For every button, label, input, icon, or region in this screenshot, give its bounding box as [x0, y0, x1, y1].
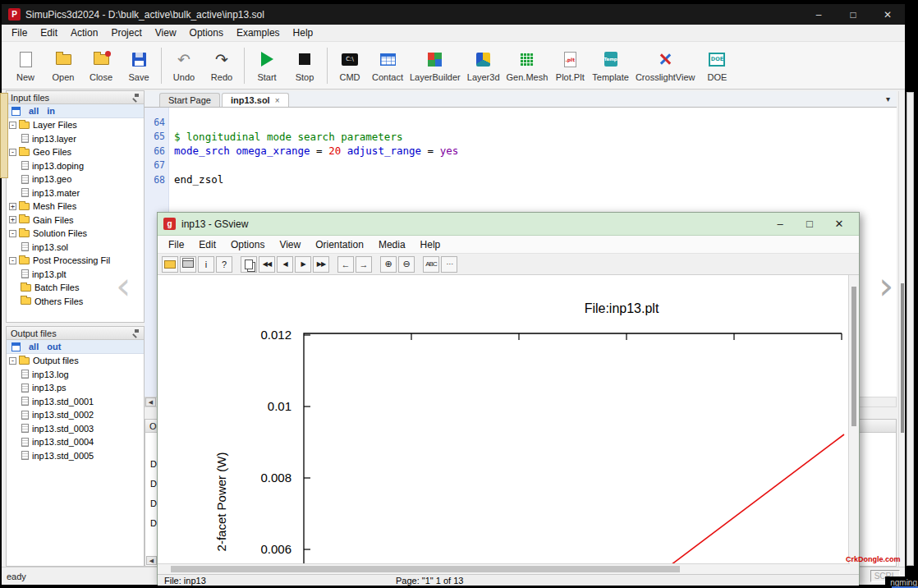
- input-filter-all[interactable]: all: [29, 106, 39, 116]
- menu-edit[interactable]: Edit: [34, 27, 64, 39]
- gsview-menu-help[interactable]: Help: [413, 239, 448, 250]
- close-button[interactable]: ✕: [870, 4, 905, 25]
- collapse-icon[interactable]: -: [9, 230, 16, 237]
- gsview-minimize-button[interactable]: –: [765, 214, 795, 234]
- input-filter-in[interactable]: in: [47, 106, 55, 116]
- tree-item-inp13-std-0003[interactable]: inp13.std_0003: [7, 422, 144, 436]
- toolbar-close-button[interactable]: Close: [82, 47, 120, 84]
- collapse-icon[interactable]: -: [9, 357, 16, 365]
- scrollbar-thumb[interactable]: [171, 566, 680, 572]
- tree-item-inp13-std-0002[interactable]: inp13.std_0002: [7, 408, 144, 422]
- back-button[interactable]: ←: [337, 256, 354, 273]
- zoom-in-button[interactable]: ⊕: [380, 256, 397, 273]
- menu-options[interactable]: Options: [183, 27, 230, 39]
- scrollbar-thumb[interactable]: [851, 287, 856, 426]
- toolbar-redo-button[interactable]: ↷Redo: [203, 47, 241, 84]
- maximize-button[interactable]: □: [836, 4, 870, 25]
- menu-examples[interactable]: Examples: [230, 27, 287, 39]
- tree-item-mesh-files[interactable]: +Mesh Files: [7, 200, 144, 214]
- toolbar-template-button[interactable]: TempTemplate: [589, 47, 632, 84]
- output-filter-all[interactable]: all: [29, 342, 39, 351]
- menu-project[interactable]: Project: [104, 27, 148, 39]
- gsview-menu-orientation[interactable]: Orientation: [308, 239, 371, 250]
- gsview-menu-edit[interactable]: Edit: [191, 239, 223, 250]
- nav-right-chevron-icon[interactable]: ›: [879, 267, 893, 305]
- left-docked-tab[interactable]: [0, 93, 8, 178]
- right-docked-strip[interactable]: [907, 92, 914, 566]
- last-page-button[interactable]: ▶▶: [313, 256, 329, 273]
- pin-icon[interactable]: [132, 329, 140, 337]
- toolbar-undo-button[interactable]: ↶Undo: [165, 47, 203, 84]
- tab-close-icon[interactable]: ×: [275, 96, 280, 105]
- toolbar-start-button[interactable]: Start: [248, 47, 286, 84]
- tree-item-inp13-std-0004[interactable]: inp13.std_0004: [7, 435, 144, 449]
- tree-item-inp13-std-0001[interactable]: inp13.std_0001: [7, 395, 144, 409]
- open-button[interactable]: [162, 256, 178, 273]
- pin-icon[interactable]: [132, 94, 140, 101]
- zoom-out-button[interactable]: ⊖: [398, 256, 415, 273]
- toolbar-contact-button[interactable]: Contact: [369, 47, 406, 84]
- tree-item-inp13-mater[interactable]: inp13.mater: [7, 186, 144, 200]
- expand-icon[interactable]: +: [9, 203, 16, 210]
- dots-view-button[interactable]: ⋯: [441, 256, 457, 273]
- forward-button[interactable]: →: [356, 256, 372, 273]
- prev-page-button[interactable]: ◀: [277, 256, 293, 273]
- tree-item-inp13-geo[interactable]: inp13.geo: [7, 172, 144, 186]
- tree-item-inp13-std-0005[interactable]: inp13.std_0005: [7, 449, 144, 463]
- gsview-menu-media[interactable]: Media: [371, 239, 413, 250]
- expand-icon[interactable]: +: [9, 216, 16, 223]
- tree-item-inp13-log[interactable]: inp13.log: [7, 368, 144, 382]
- gsview-menu-view[interactable]: View: [272, 239, 308, 250]
- tree-item-inp13-sol[interactable]: inp13.sol: [7, 241, 144, 255]
- toolbar-layer3d-button[interactable]: Layer3d: [464, 47, 503, 84]
- gsview-menu-file[interactable]: File: [161, 239, 191, 250]
- gsview-vertical-scrollbar[interactable]: [848, 275, 859, 563]
- info-button[interactable]: i: [198, 256, 214, 273]
- tree-item-output-files[interactable]: -Output files: [7, 354, 144, 368]
- next-page-button[interactable]: ▶: [295, 256, 311, 273]
- tab-list-dropdown-icon[interactable]: ▾: [886, 94, 890, 103]
- pages-button[interactable]: [241, 256, 257, 273]
- toolbar-doe-button[interactable]: DOEDOE: [698, 47, 736, 84]
- scrollbar-thumb[interactable]: [901, 283, 904, 433]
- gsview-close-button[interactable]: ✕: [824, 214, 854, 234]
- tab-inp13-sol[interactable]: inp13.sol×: [222, 93, 289, 107]
- gsview-horizontal-scrollbar[interactable]: [158, 563, 850, 574]
- scroll-left-icon[interactable]: ◀: [146, 556, 157, 565]
- toolbar-crosslightview-button[interactable]: CrosslightView: [632, 47, 699, 84]
- toolbar-gen-mesh-button[interactable]: Gen.Mesh: [503, 47, 552, 84]
- tree-item-inp13-layer[interactable]: inp13.layer: [7, 132, 144, 146]
- toolbar-stop-button[interactable]: Stop: [286, 47, 324, 84]
- menu-view[interactable]: View: [149, 27, 183, 39]
- tree-item-solution-files[interactable]: -Solution Files: [7, 227, 144, 241]
- menu-action[interactable]: Action: [64, 27, 104, 39]
- tree-item-layer-files[interactable]: -Layer Files: [7, 118, 144, 132]
- menu-file[interactable]: File: [5, 27, 34, 39]
- tree-item-inp13-ps[interactable]: inp13.ps: [7, 381, 144, 395]
- help-button[interactable]: ?: [216, 256, 232, 273]
- tree-item-inp13-doping[interactable]: inp13.doping: [7, 159, 144, 173]
- nav-left-chevron-icon[interactable]: ‹: [116, 267, 131, 305]
- output-filter-out[interactable]: out: [47, 342, 61, 351]
- collapse-icon[interactable]: -: [9, 149, 16, 156]
- toolbar-open-button[interactable]: Open: [44, 47, 82, 84]
- editor-vertical-scrollbar[interactable]: [898, 91, 905, 567]
- text-extract-button[interactable]: ABC: [423, 256, 439, 273]
- minimize-button[interactable]: –: [801, 4, 836, 25]
- toolbar-plot-plt-button[interactable]: .pltPlot.Plt: [551, 47, 589, 84]
- toolbar-new-button[interactable]: New: [7, 47, 44, 84]
- tab-start-page[interactable]: Start Page: [159, 93, 220, 107]
- gsview-title-bar[interactable]: g inp13 - GSview –□✕: [158, 213, 859, 236]
- toolbar-save-button[interactable]: Save: [120, 47, 158, 84]
- collapse-icon[interactable]: -: [9, 257, 16, 264]
- first-page-button[interactable]: ◀◀: [259, 256, 275, 273]
- tree-item-geo-files[interactable]: -Geo Files: [7, 145, 144, 159]
- print-button[interactable]: [180, 256, 196, 273]
- gsview-menu-options[interactable]: Options: [223, 239, 272, 250]
- toolbar-layerbuilder-button[interactable]: LayerBuilder: [406, 47, 464, 84]
- gsview-maximize-button[interactable]: □: [795, 214, 824, 234]
- scroll-left-icon[interactable]: ◀: [145, 397, 156, 407]
- toolbar-cmd-button[interactable]: C:\CMD: [331, 47, 369, 84]
- collapse-icon[interactable]: -: [9, 122, 16, 129]
- tree-item-gain-files[interactable]: +Gain Files: [7, 214, 144, 227]
